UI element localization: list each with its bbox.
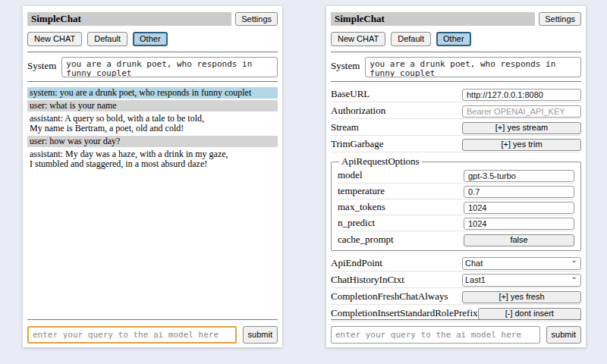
setting-row-trimgarbage: TrimGarbage [+] yes trim bbox=[331, 136, 581, 152]
setting-row-completion-fresh-chat-always: CompletionFreshChatAlways [+] yes fresh bbox=[331, 288, 581, 305]
baseurl-input[interactable] bbox=[462, 89, 581, 101]
setting-row-authorization: Authorization bbox=[331, 102, 581, 119]
new-chat-button[interactable]: New CHAT bbox=[331, 32, 385, 46]
settings-list: BaseURL Authorization Stream [+] yes str… bbox=[331, 86, 581, 322]
chat-message-list: system: you are a drunk poet, who respon… bbox=[27, 87, 278, 170]
setting-row-model: model bbox=[338, 168, 574, 184]
divider bbox=[331, 81, 581, 82]
divider bbox=[27, 319, 278, 320]
session-button-default[interactable]: Default bbox=[87, 32, 127, 46]
system-prompt-row: System you are a drunk poet, who respond… bbox=[27, 57, 278, 77]
temperature-label: temperature bbox=[338, 185, 385, 197]
trimgarbage-toggle-button[interactable]: [+] yes trim bbox=[462, 139, 581, 151]
session-button-other[interactable]: Other bbox=[133, 32, 168, 46]
settings-panel: SimpleChat Settings New CHAT Default Oth… bbox=[326, 6, 586, 347]
divider bbox=[331, 319, 581, 320]
completion-insert-standard-role-prefix-toggle-button[interactable]: [-] dont insert bbox=[478, 308, 581, 320]
completion-insert-standard-role-prefix-label: CompletionInsertStandardRolePrefix bbox=[331, 307, 478, 319]
setting-row-chat-history-in-ctxt: ChatHistoryInCtxt Last1 ⌄ bbox=[331, 271, 581, 288]
setting-row-api-endpoint: ApiEndPoint Chat ⌄ bbox=[331, 255, 581, 271]
settings-button[interactable]: Settings bbox=[235, 12, 278, 26]
chat-message-assistant: assistant: A query so bold, with a tale … bbox=[27, 113, 278, 134]
submit-button[interactable]: submit bbox=[546, 326, 581, 344]
session-button-row: New CHAT Default Other bbox=[331, 32, 581, 46]
session-button-row: New CHAT Default Other bbox=[27, 32, 278, 46]
baseurl-label: BaseURL bbox=[331, 88, 370, 100]
model-input[interactable] bbox=[464, 170, 574, 182]
divider bbox=[27, 52, 278, 52]
trimgarbage-label: TrimGarbage bbox=[331, 138, 384, 150]
query-input[interactable] bbox=[331, 326, 540, 344]
max-tokens-input[interactable] bbox=[464, 202, 574, 214]
system-prompt-input[interactable]: you are a drunk poet, who responds in fu… bbox=[365, 57, 581, 77]
chat-history-in-ctxt-select[interactable]: Last1 bbox=[462, 274, 581, 287]
chat-history-in-ctxt-label: ChatHistoryInCtxt bbox=[331, 274, 404, 286]
chat-message-system: system: you are a drunk poet, who respon… bbox=[27, 87, 278, 99]
app-title: SimpleChat bbox=[331, 12, 535, 26]
model-label: model bbox=[338, 169, 363, 181]
temperature-input[interactable] bbox=[464, 186, 574, 198]
chat-panel: SimpleChat Settings New CHAT Default Oth… bbox=[23, 6, 282, 347]
completion-fresh-chat-always-label: CompletionFreshChatAlways bbox=[331, 290, 448, 303]
setting-row-temperature: temperature bbox=[338, 184, 574, 199]
title-row: SimpleChat Settings bbox=[331, 12, 581, 26]
divider bbox=[331, 52, 581, 52]
api-request-options-fieldset: ApiRequestOptions model temperature max_… bbox=[331, 155, 581, 251]
api-endpoint-select[interactable]: Chat bbox=[462, 257, 581, 270]
authorization-input[interactable] bbox=[462, 105, 581, 118]
session-button-other[interactable]: Other bbox=[436, 32, 471, 46]
api-endpoint-label: ApiEndPoint bbox=[331, 257, 382, 269]
system-label: System bbox=[331, 57, 360, 72]
setting-row-cache-prompt: cache_prompt false bbox=[338, 231, 574, 247]
query-bar: submit bbox=[27, 319, 278, 344]
system-prompt-row: System you are a drunk poet, who respond… bbox=[331, 57, 581, 77]
n-predict-label: n_predict bbox=[338, 217, 375, 229]
submit-button[interactable]: submit bbox=[243, 326, 278, 344]
stream-toggle-button[interactable]: [+] yes stream bbox=[462, 122, 581, 134]
system-prompt-input[interactable]: you are a drunk poet, who responds in fu… bbox=[61, 57, 278, 77]
stream-label: Stream bbox=[331, 121, 359, 133]
system-label: System bbox=[27, 57, 56, 72]
settings-button[interactable]: Settings bbox=[539, 12, 581, 26]
query-bar: submit bbox=[331, 319, 581, 344]
chat-message-user: user: how was your day? bbox=[27, 136, 278, 147]
max-tokens-label: max_tokens bbox=[338, 201, 385, 213]
title-row: SimpleChat Settings bbox=[27, 12, 278, 26]
chat-message-assistant: assistant: My day was a haze, with a dri… bbox=[27, 149, 278, 170]
completion-fresh-chat-always-toggle-button[interactable]: [+] yes fresh bbox=[462, 291, 581, 303]
setting-row-baseurl: BaseURL bbox=[331, 86, 581, 102]
setting-row-stream: Stream [+] yes stream bbox=[331, 119, 581, 136]
api-request-options-legend: ApiRequestOptions bbox=[339, 155, 422, 168]
divider bbox=[27, 81, 278, 82]
setting-row-n-predict: n_predict bbox=[338, 215, 574, 231]
cache-prompt-toggle-button[interactable]: false bbox=[464, 234, 574, 246]
query-input[interactable] bbox=[27, 326, 237, 344]
app-title: SimpleChat bbox=[27, 12, 231, 26]
cache-prompt-label: cache_prompt bbox=[338, 234, 394, 246]
authorization-label: Authorization bbox=[331, 105, 385, 117]
n-predict-input[interactable] bbox=[464, 218, 574, 230]
session-button-default[interactable]: Default bbox=[391, 32, 431, 46]
setting-row-max-tokens: max_tokens bbox=[338, 199, 574, 215]
new-chat-button[interactable]: New CHAT bbox=[27, 32, 82, 46]
chat-message-user: user: what is your name bbox=[27, 100, 278, 111]
